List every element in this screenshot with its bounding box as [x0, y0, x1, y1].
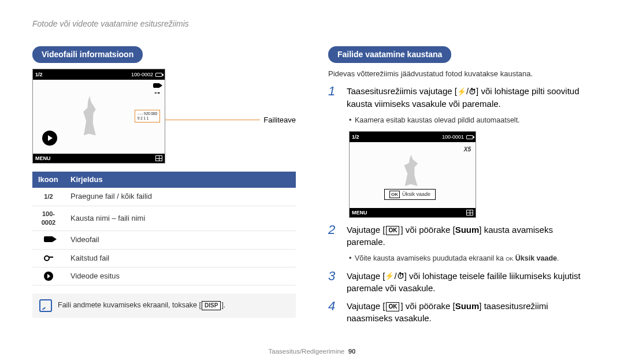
cam-counter: 1/2 [35, 71, 43, 79]
desc-cell: Videofail [65, 231, 296, 249]
ok-button-label: OK [506, 256, 513, 262]
note-box: Faili andmete kuvamiseks ekraanil, toksa… [32, 294, 296, 318]
step-4: 4 Vajutage [OK] või pöörake [Suum] taase… [328, 300, 592, 324]
table-row: Videofail [32, 231, 296, 249]
timer-icon: ⏱ [397, 271, 404, 281]
step-body: Vajutage [OK] või pöörake [Suum] taasesi… [347, 300, 592, 324]
bullet-item: Kaamera esitab kaustas olevad pildid aut… [349, 116, 592, 126]
icon-cell [32, 249, 65, 267]
intro-text: Pidevas võtterežiimis jäädvustatud fotod… [328, 69, 592, 79]
video-icon [153, 83, 160, 88]
cam-counter: 1/2 [352, 133, 359, 141]
lock-icon: ⊶ [154, 89, 160, 97]
battery-icon [466, 135, 473, 139]
step-number: 4 [328, 300, 339, 324]
flash-icon: ⚡ [457, 87, 466, 97]
single-view-label: Üksik vaade [402, 191, 430, 198]
bullet-item: Võite kausta avamiseks puudutada ekraani… [349, 254, 592, 264]
note-text: Faili andmete kuvamiseks ekraanil, toksa… [58, 300, 225, 311]
video-icon [44, 236, 53, 242]
ok-button-label: OK [386, 226, 399, 235]
cam-folder: 100-0002 [131, 71, 153, 79]
menu-label: MENU [352, 209, 367, 217]
file-info-overlay: - - - 920 080 9 2 1 1 [135, 110, 160, 122]
page-footer: Taasesitus/Redigeerimine 90 [0, 347, 624, 356]
icon-cell: 1/2 [32, 188, 65, 206]
table-row: Videode esitus [32, 267, 296, 285]
callout-label: Failiteave [263, 115, 296, 125]
desc-cell: Kausta nimi – faili nimi [65, 206, 296, 231]
camera-screen-right: 1/2 100-0001 X5 OK Üksik vaade MENU [349, 131, 476, 218]
step-number: 2 [328, 224, 339, 248]
heading-folder-view: Failide vaatamine kaustana [328, 46, 451, 64]
battery-icon [155, 73, 162, 77]
timer-icon: ⏱ [469, 87, 476, 97]
table-row: 1/2 Praegune fail / kõik failid [32, 188, 296, 206]
left-column: Videofaili informatsioon 1/2 100-0002 ⊶ [32, 46, 296, 330]
th-desc: Kirjeldus [65, 172, 296, 188]
table-row: Kaitstud fail [32, 249, 296, 267]
step-body: Vajutage [OK] või pöörake [Suum] kausta … [347, 224, 592, 248]
icon-cell: 100-0002 [32, 206, 65, 231]
th-icon: Ikoon [32, 172, 65, 188]
burst-count: X5 [464, 146, 471, 154]
thumbnail-figure [402, 155, 420, 186]
note-icon [39, 299, 52, 312]
key-icon [44, 254, 53, 260]
callout-line [165, 120, 260, 120]
menu-label: MENU [35, 155, 51, 162]
page-subtitle: Fotode või videote vaatamine esitusrežii… [32, 18, 592, 30]
disp-button-label: DISP [202, 301, 221, 310]
right-column: Failide vaatamine kaustana Pidevas võtte… [328, 46, 592, 330]
play-icon [42, 131, 57, 146]
icon-cell [32, 267, 65, 285]
play-circle-icon [44, 272, 53, 281]
flash-icon: ⚡ [385, 271, 394, 281]
icon-description-table: Ikoon Kirjeldus 1/2 Praegune fail / kõik… [32, 172, 296, 285]
cam-folder: 100-0001 [442, 133, 464, 141]
grid-icon [466, 210, 473, 216]
heading-video-info: Videofaili informatsioon [32, 46, 143, 64]
grid-icon [155, 155, 162, 161]
step-number: 3 [328, 270, 339, 294]
ok-button-label: OK [386, 302, 399, 311]
thumbnail-figure [79, 96, 100, 135]
ok-label: OK [389, 191, 400, 198]
step-number: 1 [328, 85, 339, 109]
step-2: 2 Vajutage [OK] või pöörake [Suum] kaust… [328, 224, 592, 248]
desc-cell: Praegune fail / kõik failid [65, 188, 296, 206]
step-body: Taasesitusrežiimis vajutage [⚡/⏱] või lo… [347, 85, 592, 109]
desc-cell: Videode esitus [65, 267, 296, 285]
step-3: 3 Vajutage [⚡/⏱] või lohistage teisele f… [328, 270, 592, 294]
camera-screen-left: 1/2 100-0002 ⊶ - - - 920 080 9 2 1 [32, 69, 165, 164]
desc-cell: Kaitstud fail [65, 249, 296, 267]
step-body: Vajutage [⚡/⏱] või lohistage teisele fai… [347, 270, 592, 294]
single-view-button: OK Üksik vaade [384, 189, 436, 200]
icon-cell [32, 231, 65, 249]
step-1: 1 Taasesitusrežiimis vajutage [⚡/⏱] või … [328, 85, 592, 109]
table-row: 100-0002 Kausta nimi – faili nimi [32, 206, 296, 231]
